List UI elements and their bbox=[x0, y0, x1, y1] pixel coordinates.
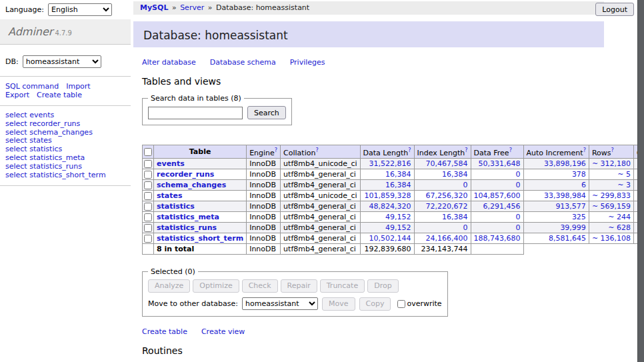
data-length-link[interactable]: 49,152 bbox=[385, 223, 411, 232]
data-free-link[interactable]: 104,857,600 bbox=[474, 191, 521, 200]
help-icon[interactable]: ? bbox=[465, 147, 467, 153]
move-button[interactable]: Move bbox=[322, 297, 355, 311]
data-length-link[interactable]: 16,384 bbox=[385, 181, 411, 189]
index-length-link[interactable]: 72,220,672 bbox=[426, 202, 468, 211]
rows-link[interactable]: ~ 628 bbox=[608, 223, 631, 232]
column-header-engine[interactable]: Engine? bbox=[247, 145, 281, 159]
column-header-auto-increment[interactable]: Auto Increment? bbox=[523, 145, 589, 159]
row-checkbox-statistics-short-term[interactable] bbox=[144, 235, 152, 243]
auto-increment-link[interactable]: 39,999 bbox=[560, 223, 586, 232]
db-select[interactable]: homeassistant bbox=[23, 55, 101, 68]
data-length-link[interactable]: 101,859,328 bbox=[365, 191, 411, 200]
column-header-index-length[interactable]: Index Length? bbox=[414, 145, 471, 159]
index-length-link[interactable]: 16,384 bbox=[442, 170, 468, 179]
sidebar-link-create-table[interactable]: Create table bbox=[37, 91, 82, 99]
brand-version[interactable]: 4.7.9 bbox=[55, 29, 71, 37]
select-all-checkbox[interactable] bbox=[144, 148, 152, 156]
row-checkbox-recorder-runs[interactable] bbox=[144, 171, 152, 179]
data-length-link[interactable]: 16,384 bbox=[385, 170, 411, 179]
sidebar-select-statistics-runs[interactable]: select statistics_runs bbox=[5, 163, 125, 171]
data-free-link[interactable]: 0 bbox=[516, 223, 521, 232]
move-db-select[interactable]: homeassistant bbox=[242, 297, 318, 310]
auto-increment-link[interactable]: 33,898,196 bbox=[544, 159, 586, 168]
rows-link[interactable]: ~ 3 bbox=[617, 181, 631, 189]
index-length-link[interactable]: 16,384 bbox=[442, 213, 468, 221]
sidebar-link-import[interactable]: Import bbox=[66, 82, 91, 91]
data-free-link[interactable]: 50,331,648 bbox=[479, 159, 521, 168]
auto-increment-link[interactable]: 378 bbox=[572, 170, 586, 179]
search-button[interactable]: Search bbox=[247, 106, 286, 119]
index-length-link[interactable]: 0 bbox=[463, 181, 468, 189]
table-link-recorder-runs[interactable]: recorder_runs bbox=[157, 170, 214, 179]
column-header-rows[interactable]: Rows? bbox=[589, 145, 633, 159]
link-create-table[interactable]: Create table bbox=[142, 327, 187, 336]
column-header-table[interactable]: Table bbox=[154, 145, 247, 159]
copy-button[interactable]: Copy bbox=[359, 297, 391, 311]
table-link-statistics-runs[interactable]: statistics_runs bbox=[157, 223, 217, 232]
data-length-link[interactable]: 10,502,144 bbox=[369, 234, 411, 243]
analyze-button[interactable]: Analyze bbox=[148, 279, 190, 293]
link-create-view[interactable]: Create view bbox=[201, 327, 245, 336]
column-header-data-free[interactable]: Data Free? bbox=[471, 145, 523, 159]
table-link-schema-changes[interactable]: schema_changes bbox=[157, 181, 226, 189]
row-checkbox-statistics-runs[interactable] bbox=[144, 224, 152, 232]
truncate-button[interactable]: Truncate bbox=[320, 279, 365, 293]
rows-link[interactable]: ~ 569,159 bbox=[592, 202, 631, 211]
sidebar-select-statistics-short-term[interactable]: select statistics_short_term bbox=[5, 171, 125, 180]
logout-button[interactable]: Logout bbox=[595, 3, 634, 16]
sidebar-select-statistics-meta[interactable]: select statistics_meta bbox=[5, 154, 125, 163]
index-length-link[interactable]: 70,467,584 bbox=[426, 159, 468, 168]
data-free-link[interactable]: 0 bbox=[516, 170, 521, 179]
rows-link[interactable]: ~ 244 bbox=[608, 213, 631, 221]
auto-increment-link[interactable]: 8,581,645 bbox=[549, 234, 586, 243]
rows-link[interactable]: ~ 5 bbox=[617, 170, 631, 179]
sidebar-link-sql-command[interactable]: SQL command bbox=[5, 82, 59, 91]
data-free-link[interactable]: 0 bbox=[516, 181, 521, 189]
sidebar-link-export[interactable]: Export bbox=[5, 91, 29, 99]
table-link-statistics-short-term[interactable]: statistics_short_term bbox=[157, 234, 243, 243]
help-icon[interactable]: ? bbox=[583, 147, 586, 153]
rows-link[interactable]: ~ 136,108 bbox=[592, 234, 631, 243]
auto-increment-link[interactable]: 325 bbox=[572, 213, 586, 221]
link-database-schema[interactable]: Database schema bbox=[210, 58, 276, 67]
breadcrumb-server-link[interactable]: Server bbox=[180, 3, 204, 12]
table-link-statistics[interactable]: statistics bbox=[157, 202, 195, 211]
help-icon[interactable]: ? bbox=[315, 147, 318, 153]
drop-button[interactable]: Drop bbox=[367, 279, 398, 293]
data-free-link[interactable]: 0 bbox=[516, 213, 521, 221]
optimize-button[interactable]: Optimize bbox=[193, 279, 239, 293]
overwrite-checkbox[interactable] bbox=[397, 300, 405, 308]
data-length-link[interactable]: 49,152 bbox=[385, 213, 411, 221]
help-icon[interactable]: ? bbox=[275, 147, 277, 153]
link-privileges[interactable]: Privileges bbox=[290, 58, 325, 67]
language-select[interactable]: English bbox=[48, 3, 112, 16]
auto-increment-link[interactable]: 6 bbox=[581, 181, 586, 189]
auto-increment-link[interactable]: 33,398,984 bbox=[544, 191, 586, 200]
table-link-states[interactable]: states bbox=[157, 191, 183, 200]
vertical-scrollbar[interactable] bbox=[637, 0, 644, 362]
repair-button[interactable]: Repair bbox=[281, 279, 317, 293]
index-length-link[interactable]: 67,256,320 bbox=[426, 191, 468, 200]
rows-link[interactable]: ~ 299,833 bbox=[592, 191, 631, 200]
row-checkbox-states[interactable] bbox=[144, 192, 152, 200]
link-alter-database[interactable]: Alter database bbox=[142, 58, 196, 67]
help-icon[interactable]: ? bbox=[611, 147, 613, 153]
table-link-events[interactable]: events bbox=[157, 159, 185, 168]
data-length-link[interactable]: 48,824,320 bbox=[369, 202, 411, 211]
check-button[interactable]: Check bbox=[242, 279, 278, 293]
column-header-data-length[interactable]: Data Length? bbox=[360, 145, 414, 159]
row-checkbox-schema-changes[interactable] bbox=[144, 181, 152, 189]
data-length-link[interactable]: 31,522,816 bbox=[369, 159, 411, 168]
sidebar-select-recorder-runs[interactable]: select recorder_runs bbox=[5, 120, 125, 129]
rows-link[interactable]: ~ 312,180 bbox=[592, 159, 631, 168]
column-header-collation[interactable]: Collation? bbox=[281, 145, 360, 159]
index-length-link[interactable]: 24,166,400 bbox=[426, 234, 468, 243]
search-input[interactable] bbox=[148, 107, 243, 119]
help-icon[interactable]: ? bbox=[509, 147, 512, 153]
sidebar-select-events[interactable]: select events bbox=[5, 111, 125, 120]
data-free-link[interactable]: 6,291,456 bbox=[483, 202, 521, 211]
help-icon[interactable]: ? bbox=[408, 147, 411, 153]
data-free-link[interactable]: 188,743,680 bbox=[474, 234, 521, 243]
row-checkbox-statistics[interactable] bbox=[144, 203, 152, 211]
row-checkbox-statistics-meta[interactable] bbox=[144, 213, 152, 221]
